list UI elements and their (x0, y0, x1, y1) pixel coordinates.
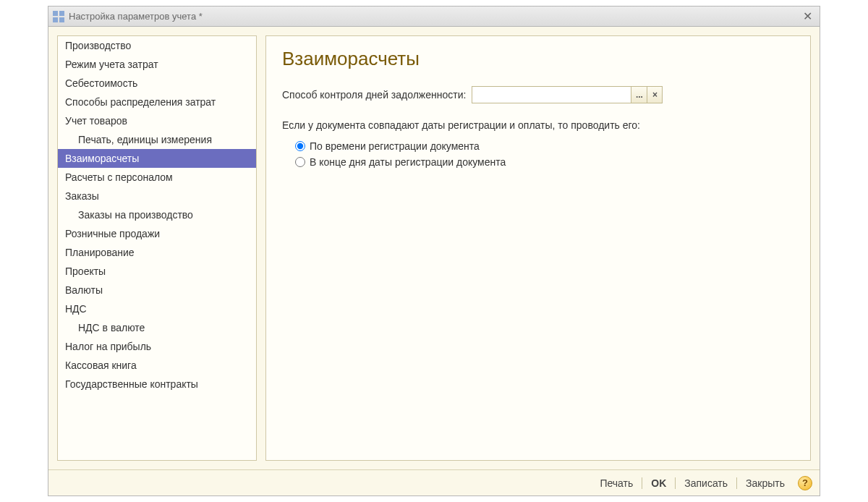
content-area: ПроизводствоРежим учета затратСебестоимо… (48, 27, 820, 469)
sidebar-item[interactable]: НДС в валюте (58, 318, 256, 337)
sidebar-item[interactable]: Заказы на производство (58, 205, 256, 224)
radio-by-registration-time[interactable]: По времени регистрации документа (282, 138, 794, 154)
sidebar-item[interactable]: Заказы (58, 187, 256, 205)
radio-end-of-day[interactable]: В конце дня даты регистрации документа (282, 154, 794, 170)
separator (642, 477, 642, 489)
main-panel: Взаиморасчеты Способ контроля дней задол… (265, 35, 811, 461)
titlebar: Настройка параметров учета * ✕ (48, 7, 820, 27)
sidebar-item[interactable]: Налог на прибыль (58, 337, 256, 356)
sidebar-item[interactable]: Валюты (58, 281, 256, 299)
sidebar-item[interactable]: Государственные контракты (58, 375, 256, 393)
print-button[interactable]: Печать (592, 475, 640, 491)
close-icon[interactable]: ✕ (799, 9, 815, 24)
sidebar-item[interactable]: Учет товаров (58, 111, 256, 130)
radio-input-1[interactable] (295, 141, 305, 151)
sidebar: ПроизводствоРежим учета затратСебестоимо… (57, 35, 257, 461)
sidebar-item[interactable]: Взаиморасчеты (58, 149, 256, 168)
settings-window: Настройка параметров учета * ✕ Производс… (48, 6, 820, 496)
separator (675, 477, 676, 489)
window-title: Настройка параметров учета * (69, 11, 203, 22)
page-title: Взаиморасчеты (282, 48, 794, 70)
radio-label-2: В конце дня даты регистрации документа (310, 156, 506, 168)
app-icon (53, 11, 64, 22)
radio-label-1: По времени регистрации документа (310, 140, 480, 152)
sidebar-item[interactable]: Проекты (58, 262, 256, 281)
radio-input-2[interactable] (295, 157, 305, 167)
sidebar-item[interactable]: Расчеты с персоналом (58, 168, 256, 187)
help-icon[interactable]: ? (798, 476, 812, 490)
sidebar-item[interactable]: НДС (58, 299, 256, 318)
sidebar-item[interactable]: Планирование (58, 243, 256, 262)
close-button[interactable]: Закрыть (739, 475, 792, 491)
save-button[interactable]: Записать (677, 475, 735, 491)
separator (736, 477, 737, 489)
sidebar-item[interactable]: Кассовая книга (58, 356, 256, 375)
sidebar-item[interactable]: Себестоимость (58, 74, 256, 93)
select-button[interactable]: ... (631, 86, 647, 103)
ok-button[interactable]: OK (644, 475, 673, 491)
debt-control-row: Способ контроля дней задолженности: ... … (282, 86, 794, 103)
radio-group-label: Если у документа совпадают даты регистра… (282, 119, 794, 131)
debt-control-input-group: ... × (472, 86, 663, 103)
sidebar-item[interactable]: Производство (58, 36, 256, 55)
footer: Печать OK Записать Закрыть ? (48, 469, 820, 495)
sidebar-item[interactable]: Розничные продажи (58, 224, 256, 243)
sidebar-item[interactable]: Печать, единицы измерения (58, 130, 256, 149)
field-label: Способ контроля дней задолженности: (282, 89, 466, 101)
sidebar-item[interactable]: Способы распределения затрат (58, 93, 256, 111)
sidebar-item[interactable]: Режим учета затрат (58, 55, 256, 74)
clear-button[interactable]: × (647, 86, 663, 103)
debt-control-input[interactable] (472, 86, 631, 103)
